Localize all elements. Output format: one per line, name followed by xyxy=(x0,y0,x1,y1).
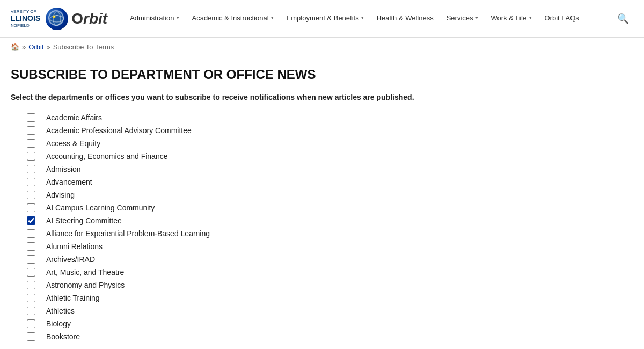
orbit-brand-text: Orbit xyxy=(71,10,107,27)
home-icon[interactable]: 🏠 xyxy=(11,43,19,51)
department-label[interactable]: Admission xyxy=(46,165,81,173)
main-nav: Administration ▾ Academic & Instructiona… xyxy=(123,0,613,38)
department-label[interactable]: Academic Professional Advisory Committee xyxy=(46,126,192,135)
chevron-down-icon: ▾ xyxy=(475,15,478,20)
nav-item-worklife[interactable]: Work & Life ▾ xyxy=(485,0,538,38)
list-item: Biology xyxy=(11,317,472,330)
main-content: SUBSCRIBE TO DEPARTMENT OR OFFICE NEWS S… xyxy=(0,56,483,349)
chevron-down-icon: ▾ xyxy=(177,15,179,20)
department-checkbox[interactable] xyxy=(27,178,35,186)
department-list: Academic AffairsAcademic Professional Ad… xyxy=(11,111,472,343)
svg-point-1 xyxy=(53,12,61,26)
department-label[interactable]: Access & Equity xyxy=(46,139,100,148)
department-label[interactable]: Alumni Relations xyxy=(46,242,103,251)
list-item: Academic Affairs xyxy=(11,111,472,124)
orbit-globe-icon xyxy=(46,8,68,30)
department-checkbox[interactable] xyxy=(27,139,35,148)
list-item: Athletic Training xyxy=(11,292,472,304)
department-checkbox[interactable] xyxy=(27,242,35,251)
department-label[interactable]: Astronomy and Physics xyxy=(46,281,125,289)
list-item: Art, Music, and Theatre xyxy=(11,266,472,279)
department-label[interactable]: Alliance for Experiential Problem-Based … xyxy=(46,229,210,238)
department-label[interactable]: Accounting, Economics and Finance xyxy=(46,152,167,161)
department-checkbox[interactable] xyxy=(27,165,35,173)
department-label[interactable]: Archives/IRAD xyxy=(46,255,95,264)
department-checkbox[interactable] xyxy=(27,332,35,341)
nav-item-administration[interactable]: Administration ▾ xyxy=(123,0,185,38)
list-item: AI Steering Committee xyxy=(11,214,472,227)
department-label[interactable]: Advancement xyxy=(46,178,92,186)
list-item: Astronomy and Physics xyxy=(11,279,472,292)
department-label[interactable]: Athletics xyxy=(46,307,75,315)
list-item: Alliance for Experiential Problem-Based … xyxy=(11,227,472,240)
list-item: Advising xyxy=(11,188,472,201)
list-item: Bookstore xyxy=(11,330,472,343)
chevron-down-icon: ▾ xyxy=(361,15,364,20)
list-item: AI Campus Learning Community xyxy=(11,201,472,214)
orbit-logo: Orbit xyxy=(46,8,107,30)
department-checkbox[interactable] xyxy=(27,113,35,122)
department-checkbox[interactable] xyxy=(27,203,35,212)
department-label[interactable]: AI Steering Committee xyxy=(46,216,122,225)
list-item: Athletics xyxy=(11,304,472,317)
nav-item-services[interactable]: Services ▾ xyxy=(440,0,485,38)
department-label[interactable]: Academic Affairs xyxy=(46,113,102,122)
chevron-down-icon: ▾ xyxy=(529,15,532,20)
department-label[interactable]: Advising xyxy=(46,191,75,199)
nav-item-faqs[interactable]: Orbit FAQs xyxy=(538,0,586,38)
department-checkbox[interactable] xyxy=(27,307,35,315)
department-checkbox[interactable] xyxy=(27,152,35,161)
department-checkbox[interactable] xyxy=(27,255,35,264)
department-checkbox[interactable] xyxy=(27,268,35,277)
logo-area: VERSITY OF LLINOIS NGFIELD Orbit xyxy=(11,8,107,30)
search-icon[interactable]: 🔍 xyxy=(613,13,633,25)
nav-item-academic[interactable]: Academic & Instructional ▾ xyxy=(186,0,280,38)
department-checkbox[interactable] xyxy=(27,319,35,328)
department-checkbox[interactable] xyxy=(27,126,35,135)
nav-item-employment[interactable]: Employment & Benefits ▾ xyxy=(280,0,370,38)
department-checkbox[interactable] xyxy=(27,294,35,302)
uoi-logo: VERSITY OF LLINOIS NGFIELD xyxy=(11,9,40,28)
department-checkbox[interactable] xyxy=(27,191,35,199)
breadcrumb-orbit-link[interactable]: Orbit xyxy=(28,43,43,51)
header: VERSITY OF LLINOIS NGFIELD Orbit Adminis… xyxy=(0,0,644,38)
chevron-down-icon: ▾ xyxy=(271,15,274,20)
list-item: Access & Equity xyxy=(11,137,472,150)
list-item: Academic Professional Advisory Committee xyxy=(11,124,472,137)
svg-point-3 xyxy=(53,15,56,18)
department-label[interactable]: Bookstore xyxy=(46,332,80,341)
department-checkbox[interactable] xyxy=(27,216,35,225)
department-label[interactable]: Athletic Training xyxy=(46,294,100,302)
svg-point-0 xyxy=(50,12,64,26)
page-subtitle: Select the departments or offices you wa… xyxy=(11,93,472,101)
list-item: Archives/IRAD xyxy=(11,253,472,266)
page-title: SUBSCRIBE TO DEPARTMENT OR OFFICE NEWS xyxy=(11,67,472,82)
list-item: Advancement xyxy=(11,176,472,188)
department-checkbox[interactable] xyxy=(27,281,35,289)
svg-point-2 xyxy=(50,16,64,22)
list-item: Admission xyxy=(11,163,472,176)
list-item: Accounting, Economics and Finance xyxy=(11,150,472,163)
department-label[interactable]: AI Campus Learning Community xyxy=(46,203,155,212)
department-label[interactable]: Art, Music, and Theatre xyxy=(46,268,124,277)
nav-item-health[interactable]: Health & Wellness xyxy=(370,0,440,38)
department-label[interactable]: Biology xyxy=(46,319,71,328)
department-checkbox[interactable] xyxy=(27,229,35,238)
breadcrumb-current: Subscribe To Terms xyxy=(53,43,114,51)
breadcrumb: 🏠 » Orbit » Subscribe To Terms xyxy=(0,38,644,56)
list-item: Alumni Relations xyxy=(11,240,472,253)
